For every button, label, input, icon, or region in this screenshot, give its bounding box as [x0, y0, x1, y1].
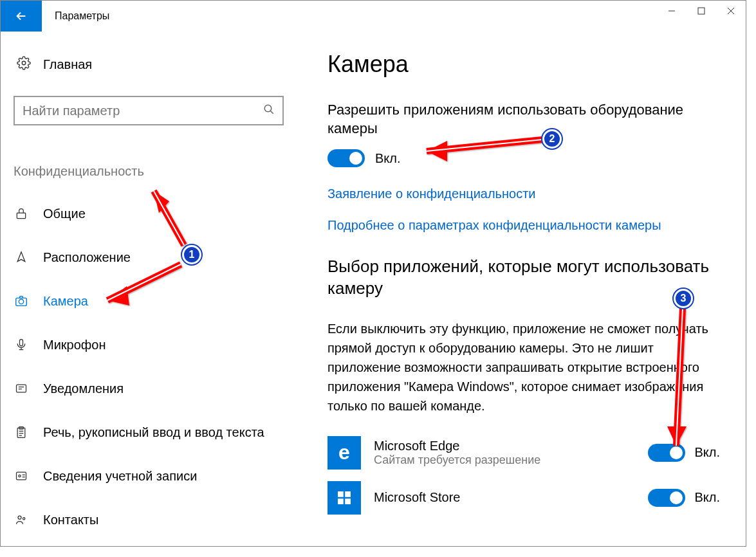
contacts-icon — [14, 513, 29, 526]
nav-label: Расположение — [43, 250, 131, 265]
gear-icon — [16, 56, 32, 73]
app-name: Microsoft Store — [374, 490, 635, 505]
svg-point-9 — [19, 299, 23, 304]
notification-icon — [14, 382, 29, 395]
home-nav[interactable]: Главная — [14, 51, 290, 78]
svg-rect-20 — [338, 498, 344, 504]
search-input[interactable] — [23, 104, 254, 118]
svg-point-4 — [22, 61, 26, 65]
clipboard-icon — [14, 426, 29, 439]
nav-label: Уведомления — [43, 381, 124, 396]
choose-apps-heading: Выбор приложений, которые могут использо… — [327, 256, 720, 300]
arrow-left-icon — [14, 9, 28, 23]
svg-rect-14 — [17, 472, 26, 480]
nav-item-location[interactable]: Расположение — [14, 235, 290, 279]
nav-item-camera[interactable]: Камера — [14, 279, 290, 323]
privacy-statement-link[interactable]: Заявление о конфиденциальности — [327, 187, 720, 201]
nav-item-notifications[interactable]: Уведомления — [14, 367, 290, 410]
maximize-button[interactable] — [687, 1, 716, 21]
app-row-edge: e Microsoft Edge Сайтам требуется разреш… — [327, 436, 720, 470]
svg-line-6 — [270, 111, 273, 114]
nav-item-speech[interactable]: Речь, рукописный ввод и ввод текста — [14, 410, 290, 454]
camera-icon — [14, 294, 29, 308]
nav-item-account[interactable]: Сведения учетной записи — [14, 454, 290, 498]
store-icon — [327, 481, 361, 515]
svg-point-17 — [23, 518, 25, 520]
svg-rect-10 — [20, 340, 23, 346]
toggle-state-label: Вкл. — [694, 445, 720, 460]
svg-rect-21 — [345, 498, 351, 504]
nav-label: Камера — [43, 294, 88, 309]
app-subtext: Сайтам требуется разрешение — [374, 453, 635, 467]
content-area: Главная Конфиденциальность Общие Располо… — [1, 32, 746, 542]
sidebar: Главная Конфиденциальность Общие Располо… — [1, 51, 290, 542]
svg-rect-1 — [698, 8, 705, 14]
svg-point-15 — [19, 475, 21, 477]
edge-icon: e — [327, 436, 361, 470]
allow-heading: Разрешить приложениям использовать обору… — [327, 101, 720, 138]
choose-apps-description: Если выключить эту функцию, приложение н… — [327, 319, 720, 415]
minimize-button[interactable] — [657, 1, 687, 21]
close-button[interactable] — [716, 1, 746, 21]
svg-rect-11 — [17, 385, 26, 392]
titlebar: Параметры — [1, 1, 746, 32]
section-label: Конфиденциальность — [14, 164, 290, 179]
svg-point-5 — [264, 105, 272, 112]
svg-rect-7 — [17, 213, 25, 218]
nav-item-contacts[interactable]: Контакты — [14, 498, 290, 542]
back-button[interactable] — [1, 1, 42, 32]
settings-window: Параметры Главная Конфиденциальность — [0, 0, 746, 547]
location-icon — [14, 251, 29, 264]
home-label: Главная — [43, 57, 92, 72]
app-row-store: Microsoft Store Вкл. — [327, 481, 720, 515]
app-toggle-wrap: Вкл. — [648, 489, 720, 507]
app-name: Microsoft Edge — [374, 439, 635, 453]
svg-rect-18 — [338, 491, 344, 497]
microphone-icon — [14, 338, 29, 351]
svg-point-16 — [18, 516, 21, 519]
app-toggle-edge[interactable] — [648, 444, 685, 462]
annotation-badge-2: 2 — [542, 129, 562, 149]
search-icon — [263, 104, 275, 118]
account-icon — [14, 470, 29, 482]
search-box[interactable] — [14, 96, 284, 125]
nav-label: Сведения учетной записи — [43, 469, 197, 484]
nav-item-general[interactable]: Общие — [14, 192, 290, 235]
annotation-badge-1: 1 — [182, 245, 201, 264]
app-info: Microsoft Edge Сайтам требуется разрешен… — [374, 439, 635, 467]
camera-master-toggle[interactable] — [327, 149, 365, 167]
nav-label: Контакты — [43, 513, 98, 527]
page-title: Камера — [327, 51, 720, 78]
nav-label: Общие — [43, 206, 86, 221]
nav-item-microphone[interactable]: Микрофон — [14, 323, 290, 367]
nav-list: Общие Расположение Камера Микрофон Уведо — [14, 192, 290, 542]
svg-rect-19 — [345, 491, 351, 497]
toggle-state-label: Вкл. — [375, 151, 401, 166]
window-controls — [657, 1, 746, 21]
lock-icon — [14, 207, 29, 220]
camera-toggle-row: Вкл. — [327, 149, 720, 167]
window-title: Параметры — [55, 10, 109, 22]
learn-more-link[interactable]: Подробнее о параметрах конфиденциальност… — [327, 218, 720, 233]
app-toggle-store[interactable] — [648, 489, 685, 507]
toggle-state-label: Вкл. — [694, 490, 720, 505]
app-toggle-wrap: Вкл. — [648, 444, 720, 462]
app-info: Microsoft Store — [374, 490, 635, 505]
nav-label: Микрофон — [43, 338, 106, 352]
annotation-badge-3: 3 — [674, 289, 693, 308]
nav-label: Речь, рукописный ввод и ввод текста — [43, 425, 264, 440]
